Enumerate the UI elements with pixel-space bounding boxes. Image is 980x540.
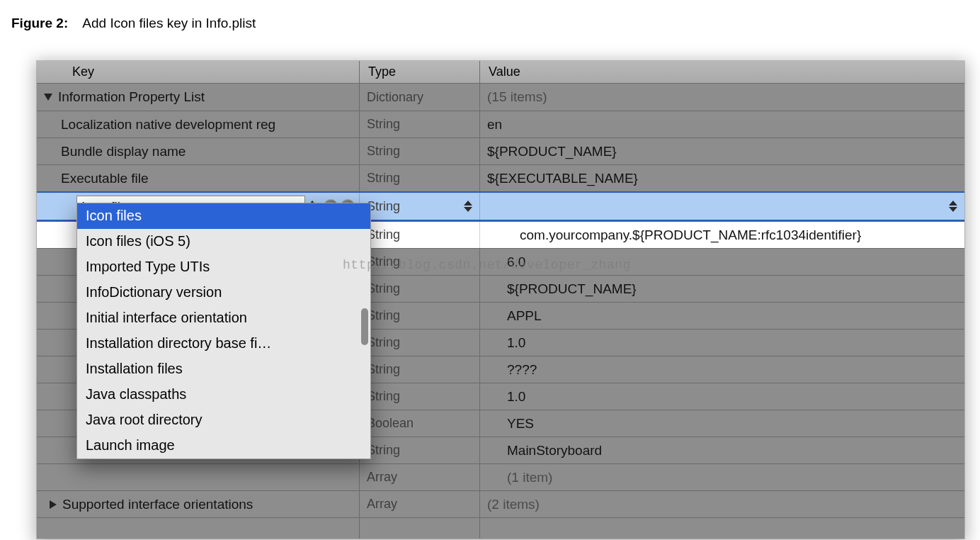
plist-key: Executable file xyxy=(61,171,149,186)
dropdown-item[interactable]: InfoDictionary version xyxy=(77,280,370,305)
plist-header: Key Type Value xyxy=(37,61,964,84)
dropdown-item[interactable]: Java root directory xyxy=(77,407,370,433)
table-row[interactable]: Executable file String ${EXECUTABLE_NAME… xyxy=(37,164,964,191)
value-stepper[interactable] xyxy=(949,201,959,212)
dropdown-item[interactable]: Icon files (iOS 5) xyxy=(77,229,370,254)
plist-value: ???? xyxy=(507,362,537,378)
chevron-up-icon xyxy=(949,201,957,206)
chevron-up-icon xyxy=(464,201,472,206)
plist-value: 6.0 xyxy=(507,254,525,270)
plist-value: (2 items) xyxy=(487,497,540,512)
plist-type: String xyxy=(367,199,400,214)
plist-value: ${PRODUCT_NAME} xyxy=(507,281,637,297)
table-row[interactable]: Information Property List Dictionary (15… xyxy=(37,84,964,111)
plist-type: String xyxy=(367,362,400,377)
disclosure-triangle-icon[interactable] xyxy=(44,94,52,101)
dropdown-item[interactable]: Installation files xyxy=(77,356,370,382)
table-row[interactable]: Supported interface orientations Array (… xyxy=(37,490,964,517)
dropdown-item[interactable]: Launch image xyxy=(77,433,370,459)
plist-value: com.yourcompany.${PRODUCT_NAME:rfc1034id… xyxy=(520,227,861,243)
autocomplete-dropdown[interactable]: Icon files Icon files (iOS 5) Imported T… xyxy=(76,203,371,459)
dropdown-item[interactable]: Java classpaths xyxy=(77,382,370,407)
plist-type: String xyxy=(367,443,400,458)
plist-value: (15 items) xyxy=(487,89,547,105)
figure-caption: Figure 2: Add Icon files key in Info.pli… xyxy=(11,16,969,31)
plist-type: String xyxy=(367,227,400,242)
dropdown-item[interactable]: Icon files xyxy=(77,203,370,229)
plist-type: Boolean xyxy=(367,416,414,431)
plist-value: MainStoryboard xyxy=(507,443,602,459)
plist-type: String xyxy=(367,171,400,186)
table-row-empty xyxy=(37,517,964,539)
plist-key: Localization native development reg xyxy=(61,117,275,133)
plist-value: en xyxy=(487,117,502,133)
scrollbar-thumb[interactable] xyxy=(361,308,368,345)
plist-value: APPL xyxy=(507,308,542,324)
type-stepper[interactable] xyxy=(464,201,474,212)
chevron-down-icon xyxy=(464,207,472,212)
plist-type: String xyxy=(367,389,400,404)
plist-value: ${EXECUTABLE_NAME} xyxy=(487,171,638,186)
plist-type: Array xyxy=(367,470,397,485)
table-row[interactable]: Array (1 item) xyxy=(37,463,964,490)
column-header-value[interactable]: Value xyxy=(480,61,964,83)
plist-type: String xyxy=(367,117,400,132)
dropdown-item[interactable]: Installation directory base fi… xyxy=(77,331,370,356)
plist-value: 1.0 xyxy=(507,389,525,405)
plist-type: Array xyxy=(367,497,397,512)
column-header-key[interactable]: Key xyxy=(37,61,360,83)
plist-key: Information Property List xyxy=(58,89,205,105)
plist-type: String xyxy=(367,335,400,350)
plist-value: YES xyxy=(507,416,534,432)
plist-value: ${PRODUCT_NAME} xyxy=(487,144,617,159)
plist-type: String xyxy=(367,144,400,159)
plist-key: Bundle display name xyxy=(61,144,186,159)
plist-type: String xyxy=(367,254,400,269)
disclosure-triangle-icon[interactable] xyxy=(50,500,57,509)
table-row[interactable]: Bundle display name String ${PRODUCT_NAM… xyxy=(37,137,964,164)
figure-caption-text: Add Icon files key in Info.plist xyxy=(82,16,256,30)
plist-key: Supported interface orientations xyxy=(62,497,253,512)
plist-value: (1 item) xyxy=(507,470,552,485)
dropdown-item[interactable]: Initial interface orientation xyxy=(77,305,370,331)
plist-type: String xyxy=(367,308,400,323)
figure-caption-label: Figure 2: xyxy=(11,16,68,30)
plist-type: Dictionary xyxy=(367,90,423,105)
chevron-down-icon xyxy=(949,207,957,212)
dropdown-item[interactable]: Imported Type UTIs xyxy=(77,254,370,280)
plist-editor: Key Type Value Information Property List… xyxy=(37,61,964,539)
plist-type: String xyxy=(367,281,400,296)
table-row[interactable]: Localization native development reg Stri… xyxy=(37,111,964,137)
column-header-type[interactable]: Type xyxy=(360,61,480,83)
plist-value: 1.0 xyxy=(507,335,525,351)
